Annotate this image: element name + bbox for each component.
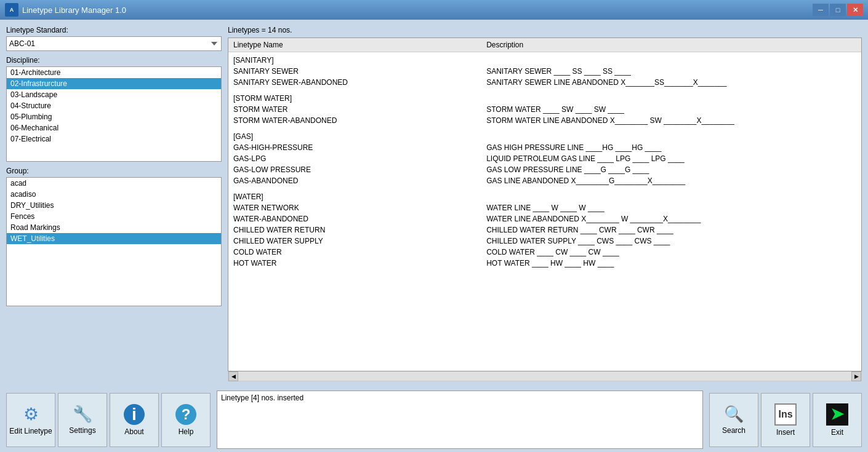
- linetype-desc-cell: CHILLED WATER RETURN ____ CWR ____ CWR _…: [481, 224, 861, 236]
- minimize-button[interactable]: ─: [813, 4, 829, 16]
- table-row[interactable]: GAS-LOW PRESSUREGAS LOW PRESSURE LINE __…: [228, 164, 861, 175]
- settings-label: Settings: [69, 426, 95, 435]
- linetype-desc-cell: GAS LOW PRESSURE LINE ____G ____G ____: [481, 164, 861, 175]
- table-row[interactable]: GAS-ABANDONEDGAS LINE ABANDONED X_______…: [228, 175, 861, 186]
- linetype-desc-cell: SANITARY SEWER ____ SS ____ SS ____: [481, 66, 861, 77]
- linetype-name-cell: GAS-LOW PRESSURE: [228, 164, 481, 175]
- status-text: Linetype [4] nos. inserted: [221, 394, 303, 402]
- linetype-name-cell: GAS-LPG: [228, 153, 481, 164]
- col-desc-header: Description: [481, 38, 861, 52]
- discipline-item[interactable]: 04-Structure: [7, 100, 221, 111]
- bottom-bar: ⚙ Edit Linetype 🔧 Settings i About ? Hel…: [0, 387, 868, 452]
- scroll-right-btn[interactable]: ▶: [851, 371, 861, 381]
- search-button[interactable]: 🔍 Search: [709, 393, 758, 447]
- table-row[interactable]: HOT WATERHOT WATER ____ HW ____ HW ____: [228, 258, 861, 269]
- linetype-desc-cell: HOT WATER ____ HW ____ HW ____: [481, 258, 861, 269]
- section-label: [GAS]: [228, 129, 861, 142]
- table-row[interactable]: SANITARY SEWER-ABANDONEDSANITARY SEWER L…: [228, 77, 861, 88]
- linetype-standard-dropdown[interactable]: ABC-01: [6, 36, 222, 51]
- discipline-item[interactable]: 03-Landscape: [7, 89, 221, 100]
- close-button[interactable]: ✕: [847, 4, 863, 16]
- linetype-standard-label: Linetype Standard:: [6, 26, 222, 34]
- help-icon: ?: [175, 404, 196, 425]
- insert-label: Insert: [776, 428, 795, 437]
- discipline-section: Discipline: 01-Architecture02-Infrastrur…: [6, 56, 222, 162]
- exit-icon: ➤: [826, 403, 848, 426]
- table-row: [STORM WATER]: [228, 90, 861, 104]
- group-item[interactable]: WET_Utilities: [7, 233, 221, 244]
- discipline-item[interactable]: 05-Plumbing: [7, 111, 221, 122]
- exit-label: Exit: [831, 428, 843, 437]
- window-title: Linetype Library Manager 1.0: [22, 6, 126, 15]
- linetype-name-cell: SANITARY SEWER: [228, 66, 481, 77]
- group-section: Group: acadacadisoDRY_UtilitiesFencesRoa…: [6, 167, 222, 306]
- discipline-item[interactable]: 06-Mechanical: [7, 122, 221, 133]
- linetypes-header: Linetypes = 14 nos.: [228, 26, 862, 34]
- group-listbox[interactable]: acadacadisoDRY_UtilitiesFencesRoad Marki…: [6, 177, 222, 306]
- about-icon: i: [124, 404, 145, 425]
- about-button[interactable]: i About: [110, 393, 159, 447]
- edit-linetype-button[interactable]: ⚙ Edit Linetype: [6, 393, 55, 447]
- linetype-name-cell: COLD WATER: [228, 247, 481, 258]
- discipline-label: Discipline:: [6, 56, 222, 65]
- help-button[interactable]: ? Help: [161, 393, 211, 447]
- linetype-desc-cell: GAS LINE ABANDONED X________G________X__…: [481, 175, 861, 186]
- insert-button[interactable]: Ins Insert: [761, 393, 810, 447]
- title-bar-controls: ─ □ ✕: [813, 4, 863, 16]
- linetype-desc-cell: GAS HIGH PRESSURE LINE ____HG ____HG ___…: [481, 142, 861, 153]
- group-item[interactable]: DRY_Utilities: [7, 200, 221, 211]
- table-row[interactable]: CHILLED WATER SUPPLYCHILLED WATER SUPPLY…: [228, 236, 861, 247]
- table-row[interactable]: STORM WATERSTORM WATER ____ SW ____ SW _…: [228, 104, 861, 115]
- scroll-left-btn[interactable]: ◀: [228, 371, 238, 381]
- section-label: [SANITARY]: [228, 52, 861, 66]
- search-label: Search: [722, 426, 745, 435]
- discipline-listbox[interactable]: 01-Architecture02-Infrastrurcture03-Land…: [6, 66, 222, 162]
- linetype-name-cell: CHILLED WATER RETURN: [228, 224, 481, 236]
- settings-button[interactable]: 🔧 Settings: [58, 393, 107, 447]
- table-row[interactable]: COLD WATERCOLD WATER ____ CW ____ CW ___…: [228, 247, 861, 258]
- maximize-button[interactable]: □: [830, 4, 846, 16]
- exit-button[interactable]: ➤ Exit: [813, 393, 862, 447]
- linetype-name-cell: WATER NETWORK: [228, 202, 481, 213]
- table-row: [GAS]: [228, 129, 861, 142]
- group-item[interactable]: Fences: [7, 211, 221, 222]
- table-row: [WATER]: [228, 189, 861, 202]
- linetype-name-cell: STORM WATER-ABANDONED: [228, 115, 481, 126]
- discipline-item[interactable]: 02-Infrastrurcture: [7, 78, 221, 89]
- discipline-item[interactable]: 01-Architecture: [7, 67, 221, 78]
- table-row[interactable]: GAS-HIGH-PRESSUREGAS HIGH PRESSURE LINE …: [228, 142, 861, 153]
- table-row[interactable]: SANITARY SEWERSANITARY SEWER ____ SS ___…: [228, 66, 861, 77]
- left-panel: Linetype Standard: ABC-01 Discipline: 01…: [6, 26, 222, 381]
- group-item[interactable]: Road Markings: [7, 222, 221, 233]
- table-row[interactable]: CHILLED WATER RETURNCHILLED WATER RETURN…: [228, 224, 861, 236]
- linetype-name-cell: WATER-ABANDONED: [228, 213, 481, 224]
- title-bar: A Linetype Library Manager 1.0 ─ □ ✕: [0, 0, 868, 20]
- right-panel: Linetypes = 14 nos. Linetype Name Descri…: [228, 26, 862, 381]
- linetype-name-cell: GAS-HIGH-PRESSURE: [228, 142, 481, 153]
- col-name-header: Linetype Name: [228, 38, 481, 52]
- linetype-desc-cell: STORM WATER LINE ABANDONED X________ SW …: [481, 115, 861, 126]
- title-bar-left: A Linetype Library Manager 1.0: [5, 3, 126, 17]
- linetype-name-cell: HOT WATER: [228, 258, 481, 269]
- edit-linetype-label: Edit Linetype: [9, 427, 52, 435]
- linetype-name-cell: SANITARY SEWER-ABANDONED: [228, 77, 481, 88]
- linetype-table: Linetype Name Description [SANITARY]SANI…: [228, 38, 861, 271]
- main-content: Linetype Standard: ABC-01 Discipline: 01…: [0, 20, 868, 387]
- status-box: Linetype [4] nos. inserted: [217, 391, 703, 449]
- table-row[interactable]: WATER NETWORKWATER LINE ____ W ____ W __…: [228, 202, 861, 213]
- table-row[interactable]: WATER-ABANDONEDWATER LINE ABANDONED X___…: [228, 213, 861, 224]
- linetype-desc-cell: STORM WATER ____ SW ____ SW ____: [481, 104, 861, 115]
- group-label: Group:: [6, 167, 222, 175]
- group-item[interactable]: acad: [7, 178, 221, 189]
- table-row[interactable]: STORM WATER-ABANDONEDSTORM WATER LINE AB…: [228, 115, 861, 126]
- linetype-table-container[interactable]: Linetype Name Description [SANITARY]SANI…: [228, 38, 862, 371]
- group-item[interactable]: acadiso: [7, 189, 221, 200]
- linetype-name-cell: CHILLED WATER SUPPLY: [228, 236, 481, 247]
- horizontal-scrollbar[interactable]: ◀ ▶: [228, 371, 862, 381]
- linetype-name-cell: STORM WATER: [228, 104, 481, 115]
- discipline-item[interactable]: 07-Electrical: [7, 133, 221, 145]
- table-row[interactable]: GAS-LPGLIQUID PETROLEUM GAS LINE ____ LP…: [228, 153, 861, 164]
- table-row: [SANITARY]: [228, 52, 861, 66]
- help-label: Help: [179, 427, 194, 436]
- app-logo: A: [5, 3, 18, 17]
